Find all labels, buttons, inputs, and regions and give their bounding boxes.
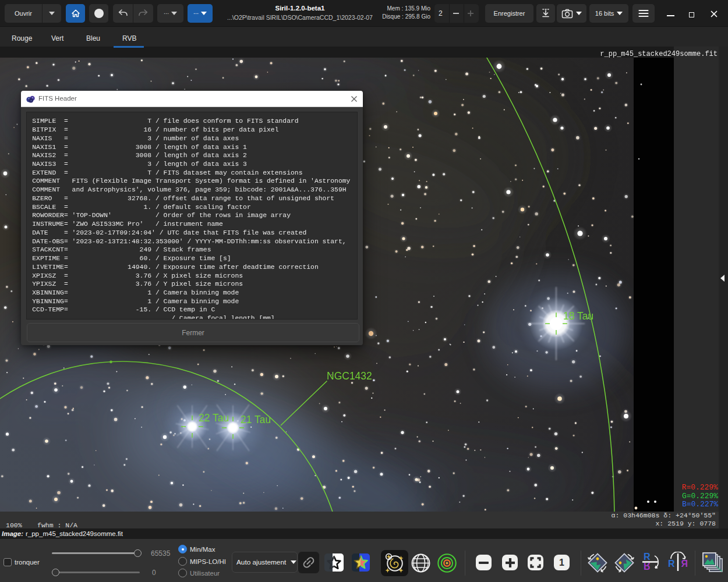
svg-text:r_pp_m45_stacked249somme.fit: r_pp_m45_stacked249somme.fit: [600, 50, 718, 58]
svg-text:R: R: [681, 559, 688, 569]
svg-text:18 Tau: 18 Tau: [563, 310, 593, 322]
svg-text:22 Tau: 22 Tau: [199, 412, 229, 424]
svg-text:NGC1432: NGC1432: [327, 370, 372, 382]
svg-text:21 Tau: 21 Tau: [241, 414, 271, 425]
svg-text:R: R: [644, 552, 651, 562]
svg-text:R: R: [668, 559, 675, 569]
